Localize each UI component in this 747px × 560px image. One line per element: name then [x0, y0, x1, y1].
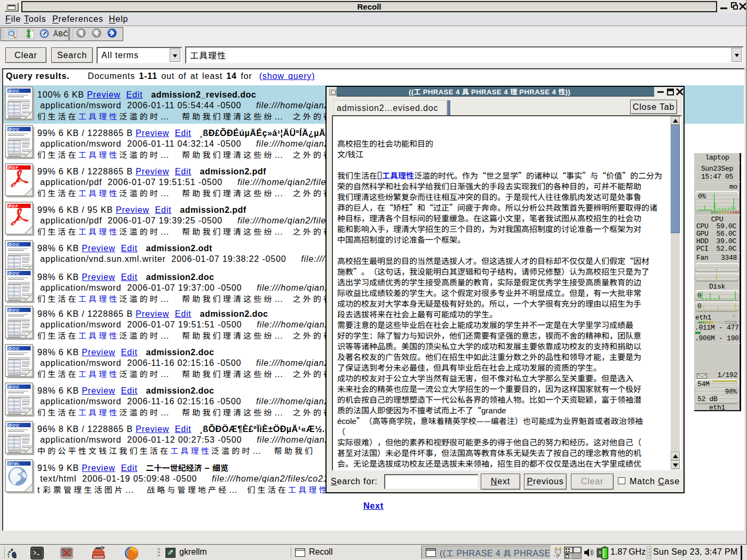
svg-text:DOC: DOC [9, 242, 20, 247]
svg-text:DOC: DOC [9, 271, 20, 276]
svg-text:DOC: DOC [9, 385, 20, 389]
svg-text:PDF: PDF [9, 165, 19, 170]
svg-text:DOC: DOC [9, 127, 20, 132]
svg-text:DOC: DOC [9, 308, 20, 313]
svg-text:PDF: PDF [9, 204, 19, 209]
svg-text:DOC: DOC [9, 346, 20, 351]
svg-text:DOC: DOC [9, 423, 20, 428]
svg-text:HTML: HTML [9, 462, 20, 466]
svg-text:DOC: DOC [9, 89, 20, 93]
